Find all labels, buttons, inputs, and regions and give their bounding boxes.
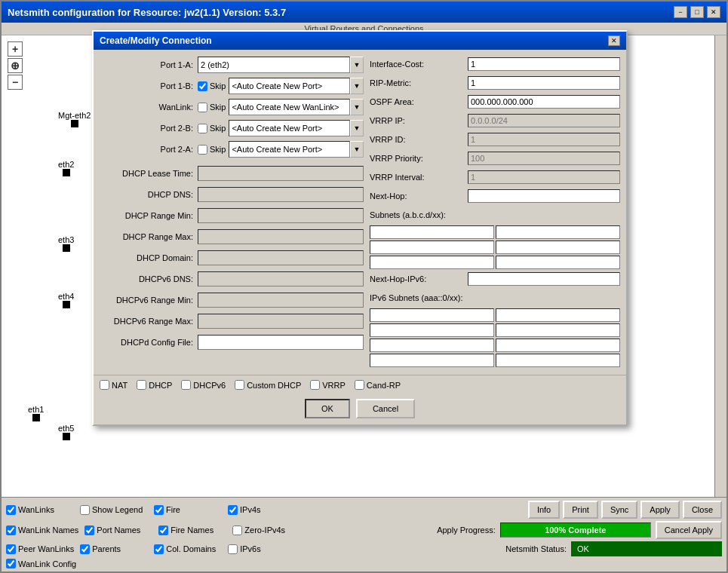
fire-names-check-item[interactable]: Fire Names <box>158 526 226 535</box>
interface-cost-input[interactable] <box>468 57 620 71</box>
ipv6-subnet-input-3a[interactable] <box>370 339 494 352</box>
nat-checkbox[interactable] <box>100 380 109 390</box>
vrrp-priority-input[interactable] <box>468 152 620 165</box>
cand-rp-checkbox-item[interactable]: Cand-RP <box>355 380 401 390</box>
dhcp-dns-input[interactable]: 0.0.0.0 <box>198 187 364 202</box>
fire-names-checkbox[interactable] <box>158 526 168 535</box>
dhcpv6-range-min-input[interactable]: 0::0 <box>198 293 364 308</box>
dhcp-range-min-input[interactable]: 0.0.0.0 <box>198 208 364 223</box>
sync-button[interactable]: Sync <box>601 501 637 519</box>
next-hop-input[interactable] <box>468 189 620 203</box>
dhcpd-config-input[interactable] <box>198 335 364 350</box>
parents-checkbox[interactable] <box>80 544 90 554</box>
wanlink-select[interactable]: <Auto Create New WanLink> <box>229 99 350 115</box>
ipv6-subnet-input-1a[interactable] <box>370 308 494 322</box>
port1a-select[interactable]: 2 (eth2) <box>198 57 350 73</box>
col-domains-checkbox[interactable] <box>154 544 164 554</box>
dhcp-range-max-input[interactable]: 0.0.0.0 <box>198 229 364 244</box>
vrrp-checkbox-item[interactable]: VRRP <box>310 380 346 390</box>
ok-button[interactable]: OK <box>305 399 350 418</box>
custom-dhcp-checkbox[interactable] <box>235 380 244 390</box>
wanlink-names-checkbox[interactable] <box>6 526 16 535</box>
zoom-out-button[interactable]: − <box>8 75 23 90</box>
dhcpv6-checkbox-item[interactable]: DHCPv6 <box>181 380 226 390</box>
subnet-input-2a[interactable] <box>370 241 494 254</box>
wanlink-dropdown-btn[interactable]: ▼ <box>350 99 364 115</box>
port2a-select[interactable]: <Auto Create New Port> <box>229 141 350 158</box>
wanlinks-check-item[interactable]: WanLinks <box>6 505 74 515</box>
wanlink-config-checkbox[interactable] <box>6 559 16 568</box>
col-domains-check-item[interactable]: Col. Domains <box>154 544 222 554</box>
ipv6-subnet-input-4a[interactable] <box>370 354 494 367</box>
wanlink-checkbox[interactable] <box>198 103 207 112</box>
dhcp-checkbox[interactable] <box>137 380 146 390</box>
parents-check-item[interactable]: Parents <box>80 544 148 554</box>
node-eth5[interactable]: eth5 <box>58 424 74 440</box>
zero-ipv4s-check-item[interactable]: Zero-IPv4s <box>232 526 300 535</box>
subnet-input-3a[interactable] <box>370 256 494 269</box>
node-eth1[interactable]: eth1 <box>28 405 44 421</box>
custom-dhcp-checkbox-item[interactable]: Custom DHCP <box>235 380 301 390</box>
dhcpv6-dns-input[interactable]: 0::0 <box>198 271 364 286</box>
ipv6s-check-item[interactable]: IPv6s <box>228 544 296 554</box>
port1b-checkbox[interactable] <box>198 81 207 91</box>
node-eth4[interactable]: eth4 <box>58 292 74 308</box>
port2b-checkbox[interactable] <box>198 124 207 133</box>
port2a-checkbox[interactable] <box>198 145 207 155</box>
vrrp-interval-input[interactable] <box>468 170 620 184</box>
ipv6s-checkbox[interactable] <box>228 544 238 554</box>
dhcp-lease-input[interactable]: 43200 <box>198 166 364 181</box>
maximize-button[interactable]: □ <box>690 6 704 18</box>
port2a-dropdown-btn[interactable]: ▼ <box>350 141 364 158</box>
next-hop-ipv6-input[interactable] <box>468 272 620 286</box>
subnet-input-1b[interactable] <box>496 225 620 239</box>
vrrp-ip-input[interactable] <box>468 114 620 127</box>
port-names-check-item[interactable]: Port Names <box>84 526 152 535</box>
vrrp-id-input[interactable] <box>468 133 620 146</box>
zoom-fit-button[interactable]: ⊕ <box>8 58 23 73</box>
minimize-button[interactable]: − <box>674 6 687 18</box>
fire-check-item[interactable]: Fire <box>154 505 222 515</box>
wanlink-names-check-item[interactable]: WanLink Names <box>6 526 78 535</box>
show-legend-checkbox[interactable] <box>80 505 90 515</box>
ipv6-subnet-input-4b[interactable] <box>496 354 620 367</box>
dialog-close-button[interactable]: ✕ <box>608 35 620 46</box>
zero-ipv4s-checkbox[interactable] <box>232 526 242 535</box>
ipv4s-check-item[interactable]: IPv4s <box>228 505 296 515</box>
dhcp-domain-input[interactable]: example.com <box>198 250 364 265</box>
port1b-select[interactable]: <Auto Create New Port> <box>229 78 350 94</box>
port-names-checkbox[interactable] <box>84 526 94 535</box>
info-button[interactable]: Info <box>528 501 560 519</box>
apply-button[interactable]: Apply <box>640 501 680 519</box>
subnet-input-1a[interactable] <box>370 225 494 239</box>
ipv4s-checkbox[interactable] <box>228 505 238 515</box>
zoom-in-button[interactable]: + <box>8 41 23 57</box>
dhcp-checkbox-item[interactable]: DHCP <box>137 380 172 390</box>
node-eth2[interactable]: eth2 <box>58 160 74 176</box>
dhcpv6-range-max-input[interactable]: 0::0 <box>198 314 364 329</box>
show-legend-check-item[interactable]: Show Legend <box>80 505 148 515</box>
ospf-area-input[interactable] <box>468 95 620 109</box>
port2b-select[interactable]: <Auto Create New Port> <box>229 120 350 136</box>
ipv6-subnet-input-2b[interactable] <box>496 323 620 337</box>
node-mgt-eth2[interactable]: Mgt-eth2 <box>58 111 91 127</box>
print-button[interactable]: Print <box>563 501 598 519</box>
vrrp-checkbox[interactable] <box>310 380 320 390</box>
fire-checkbox[interactable] <box>154 505 164 515</box>
subnet-input-2b[interactable] <box>496 241 620 254</box>
port2b-dropdown-btn[interactable]: ▼ <box>350 120 364 136</box>
wanlink-config-check-item[interactable]: WanLink Config <box>6 559 76 568</box>
rip-metric-input[interactable] <box>468 76 620 90</box>
cand-rp-checkbox[interactable] <box>355 380 364 390</box>
port1a-dropdown-btn[interactable]: ▼ <box>350 57 364 73</box>
port1b-dropdown-btn[interactable]: ▼ <box>350 78 364 94</box>
node-eth3[interactable]: eth3 <box>58 235 74 252</box>
wanlinks-checkbox[interactable] <box>6 505 16 515</box>
ipv6-subnet-input-1b[interactable] <box>496 308 620 322</box>
close-button-toolbar[interactable]: Close <box>683 501 722 519</box>
subnet-input-3b[interactable] <box>496 256 620 269</box>
close-button[interactable]: ✕ <box>707 6 720 18</box>
cancel-apply-button[interactable]: Cancel Apply <box>656 521 722 539</box>
ipv6-subnet-input-3b[interactable] <box>496 339 620 352</box>
nat-checkbox-item[interactable]: NAT <box>100 380 127 390</box>
